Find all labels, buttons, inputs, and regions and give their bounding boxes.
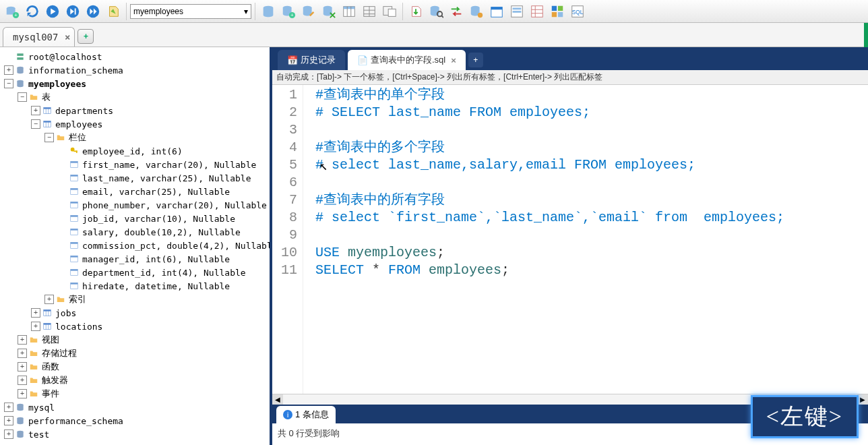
tree-label: mysql	[28, 403, 55, 413]
session-tab-active[interactable]: mysql007 ×	[3, 27, 75, 47]
close-icon[interactable]: ×	[451, 55, 456, 65]
expand-toggle[interactable]: +	[18, 349, 27, 358]
refresh-icon[interactable]	[23, 2, 42, 21]
expand-toggle[interactable]: +	[18, 335, 27, 345]
tree-row[interactable]: + performance_schema	[0, 414, 270, 427]
tree-row[interactable]: email, varchar(25), Nullable	[0, 185, 270, 198]
tab-history[interactable]: 📅 历史记录	[278, 50, 345, 70]
tree-row[interactable]: + 事件	[0, 387, 270, 400]
table-grid-icon[interactable]	[360, 2, 379, 21]
tree-row[interactable]: commission_pct, double(4,2), Nullable	[0, 239, 270, 252]
tree-row[interactable]: + 函数	[0, 360, 270, 374]
info-icon: i	[283, 410, 292, 419]
tree-row[interactable]: root@localhost	[0, 50, 270, 63]
expand-toggle[interactable]: +	[18, 362, 27, 372]
column-icon	[69, 227, 80, 237]
expand-toggle[interactable]: +	[18, 376, 27, 385]
scroll-left-icon[interactable]: ◀	[272, 394, 283, 405]
tree-row[interactable]: + information_schema	[0, 63, 270, 77]
tree-row[interactable]: job_id, varchar(10), Nullable	[0, 212, 270, 225]
expand-toggle[interactable]: +	[31, 106, 40, 115]
expand-toggle[interactable]: +	[4, 416, 13, 425]
tree-row[interactable]: + mysql	[0, 400, 270, 414]
form-icon[interactable]	[507, 2, 526, 21]
table-icon[interactable]	[340, 2, 359, 21]
svg-rect-68	[71, 215, 78, 216]
tree-row[interactable]: + test	[0, 427, 270, 441]
data-grid-icon[interactable]	[528, 2, 547, 21]
expand-toggle[interactable]: +	[44, 295, 54, 304]
expand-toggle[interactable]: +	[31, 322, 40, 331]
db-edit-icon[interactable]	[299, 2, 318, 21]
layout-icon[interactable]	[548, 2, 567, 21]
add-session-button[interactable]: +	[78, 29, 94, 44]
run-all-icon[interactable]	[84, 2, 102, 21]
new-connection-icon[interactable]: +	[3, 2, 22, 21]
tab-active-file[interactable]: 📄 查询表中的字段.sql ×	[348, 50, 466, 70]
expand-toggle[interactable]: +	[18, 389, 27, 398]
tree-row[interactable]: employee_id, int(6)	[0, 144, 270, 158]
tree-row[interactable]: + 存储过程	[0, 347, 270, 360]
db-add-icon[interactable]: +	[279, 2, 298, 21]
db-tool-icon[interactable]	[259, 2, 278, 21]
database-selector[interactable]: myemployees ▾	[130, 4, 251, 19]
expand-toggle[interactable]: −	[4, 79, 13, 88]
expand-toggle[interactable]: +	[4, 65, 13, 75]
tree-row[interactable]: + locations	[0, 320, 270, 333]
tree-label: 触发器	[42, 374, 68, 386]
hint-text: 自动完成：[Tab]-> 下一个标签，[Ctrl+Space]-> 列出所有标签…	[276, 72, 602, 82]
tree-row[interactable]: − employees	[0, 117, 270, 131]
calendar-icon[interactable]	[487, 2, 506, 21]
table-icon	[42, 307, 53, 318]
object-browser[interactable]: root@localhost + information_schema − my…	[0, 47, 272, 445]
tree-label: job_id, varchar(10), Nullable	[82, 214, 235, 224]
tree-row[interactable]: department_id, int(4), Nullable	[0, 266, 270, 279]
expand-toggle[interactable]: −	[18, 92, 27, 102]
expand-toggle[interactable]: +	[4, 403, 13, 412]
db-settings-icon[interactable]	[467, 2, 486, 21]
export-icon[interactable]	[406, 2, 425, 21]
folder-icon	[55, 132, 66, 143]
expand-toggle[interactable]: +	[4, 429, 13, 439]
scroll-right-icon[interactable]: ▶	[857, 394, 868, 405]
tree-row[interactable]: + jobs	[0, 306, 270, 320]
database-selector-value: myemployees	[133, 7, 183, 16]
run-step-icon[interactable]	[63, 2, 82, 21]
tree-row[interactable]: + 触发器	[0, 374, 270, 387]
expand-toggle[interactable]: −	[44, 133, 54, 142]
tree-row[interactable]: first_name, varchar(20), Nullable	[0, 158, 270, 171]
tree-row[interactable]: + 索引	[0, 293, 270, 306]
svg-rect-6	[75, 8, 76, 14]
table-ext-icon[interactable]	[380, 2, 399, 21]
db-search-icon[interactable]	[427, 2, 445, 21]
tree-row[interactable]: salary, double(10,2), Nullable	[0, 225, 270, 239]
key-icon	[69, 146, 80, 156]
db-sync-icon[interactable]	[319, 2, 338, 21]
new-query-icon[interactable]	[104, 2, 123, 21]
folder-icon	[28, 92, 39, 102]
tree-row[interactable]: − 栏位	[0, 131, 270, 144]
close-icon[interactable]: ×	[65, 32, 70, 42]
svg-text:SQL: SQL	[572, 9, 584, 15]
tree-row[interactable]: phone_number, varchar(20), Nullable	[0, 198, 270, 212]
tree-row[interactable]: − myemployees	[0, 77, 270, 90]
svg-rect-53	[44, 121, 51, 122]
add-editor-tab-button[interactable]: +	[468, 53, 483, 67]
code-content[interactable]: #查询表中的单个字段# SELECT last_name FROM employ…	[303, 85, 868, 394]
sql-icon[interactable]: SQL	[568, 2, 587, 21]
tree-row[interactable]: manager_id, int(6), Nullable	[0, 252, 270, 266]
messages-text: 共 0 行受到影响	[278, 428, 340, 438]
run-icon[interactable]	[43, 2, 62, 21]
expand-toggle[interactable]: −	[31, 119, 40, 129]
tab-history-label: 历史记录	[301, 54, 336, 66]
tree-row[interactable]: − 表	[0, 90, 270, 104]
tab-messages[interactable]: i 1 条信息	[276, 406, 336, 423]
tree-row[interactable]: last_name, varchar(25), Nullable	[0, 171, 270, 185]
tree-row[interactable]: + departments	[0, 104, 270, 117]
svg-rect-39	[558, 5, 563, 10]
sql-editor[interactable]: 1234567891011 #查询表中的单个字段# SELECT last_na…	[272, 85, 868, 394]
transfer-icon[interactable]	[447, 2, 466, 21]
tree-row[interactable]: hiredate, datetime, Nullable	[0, 279, 270, 293]
tree-row[interactable]: + 视图	[0, 333, 270, 347]
expand-toggle[interactable]: +	[31, 308, 40, 318]
